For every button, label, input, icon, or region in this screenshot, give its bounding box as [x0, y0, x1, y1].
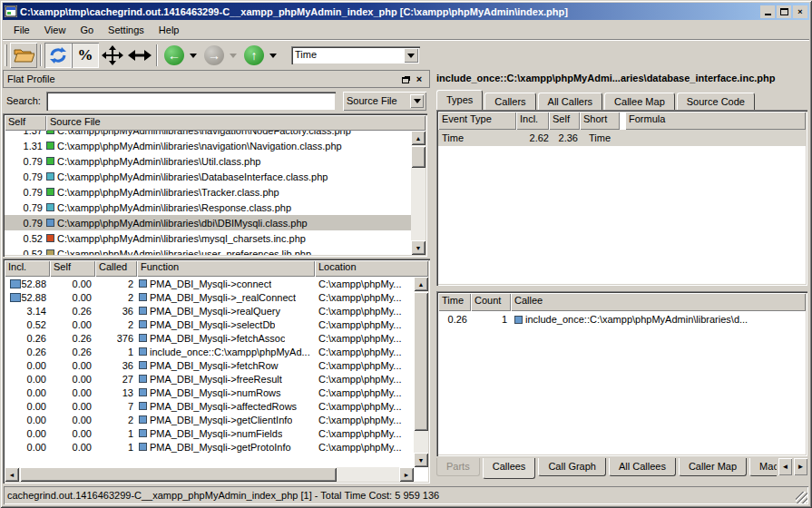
- source-file-row[interactable]: 0.79C:\xampp\phpMyAdmin\libraries\Databa…: [5, 169, 411, 184]
- tab-callee-map[interactable]: Callee Map: [604, 93, 675, 110]
- incl-cost-cell: 0.26: [5, 333, 50, 344]
- minimize-button[interactable]: [760, 5, 775, 18]
- source-file-row[interactable]: 0.52C:\xampp\phpMyAdmin\libraries\mysql_…: [5, 230, 411, 246]
- close-dock-button[interactable]: ×: [413, 73, 426, 85]
- source-file-row[interactable]: 0.79C:\xampp\phpMyAdmin\libraries\Tracke…: [5, 184, 411, 200]
- function-row[interactable]: 0.000.0036PMA_DBI_Mysqli->fetchRowC:\xam…: [5, 358, 414, 372]
- float-dock-button[interactable]: [400, 73, 413, 85]
- function-row[interactable]: 52.880.002PMA_DBI_Mysqli->_realConnectC:…: [5, 290, 414, 304]
- tab-call-graph[interactable]: Call Graph: [538, 458, 606, 476]
- scroll-left-icon[interactable]: ◄: [5, 467, 19, 482]
- function-row[interactable]: 0.000.001PMA_DBI_Mysqli->numFieldsC:\xam…: [5, 426, 414, 440]
- column-header-incl-[interactable]: Incl.: [516, 112, 549, 130]
- relative-cost-button[interactable]: %: [72, 43, 99, 68]
- column-header-incl-[interactable]: Incl.: [5, 260, 50, 277]
- title-bar[interactable]: C:\xampp\tmp\cachegrind.out.1416463299-C…: [3, 3, 809, 20]
- menu-view[interactable]: View: [37, 22, 73, 38]
- move-button[interactable]: [99, 43, 126, 68]
- forward-dropdown-arrow[interactable]: [230, 54, 237, 58]
- scroll-down-icon[interactable]: ▼: [411, 240, 426, 255]
- source-file-row[interactable]: 0.79C:\xampp\phpMyAdmin\libraries\Respon…: [5, 200, 411, 215]
- tab-scroll-right-icon[interactable]: ►: [794, 458, 807, 475]
- tab-scroll-left-icon[interactable]: ◄: [778, 458, 792, 475]
- event-type-combobox[interactable]: Time: [291, 46, 420, 64]
- column-header-self[interactable]: Self: [50, 260, 95, 277]
- tab-types[interactable]: Types: [436, 90, 483, 110]
- column-header-called[interactable]: Called: [95, 260, 137, 277]
- column-header-count[interactable]: Count: [471, 293, 511, 311]
- scroll-thumb[interactable]: [414, 292, 428, 431]
- menu-file[interactable]: File: [6, 22, 37, 38]
- tab-all-callees[interactable]: All Callees: [609, 458, 676, 476]
- column-header-source-file[interactable]: Source File: [46, 115, 426, 131]
- source-file-row[interactable]: 0.79C:\xampp\phpMyAdmin\libraries\Util.c…: [5, 153, 411, 169]
- column-header-time[interactable]: Time: [438, 293, 471, 311]
- function-row[interactable]: 0.000.001PMA_DBI_Mysqli->getProtoInfoC:\…: [5, 440, 414, 454]
- scroll-thumb[interactable]: [411, 146, 426, 168]
- function-hscrollbar[interactable]: ◄ ►: [5, 467, 414, 482]
- source-file-row[interactable]: 1.31C:\xampp\phpMyAdmin\libraries\naviga…: [5, 138, 411, 153]
- scroll-up-icon[interactable]: ▲: [414, 277, 428, 291]
- function-vscrollbar[interactable]: ▲ ▼: [414, 277, 428, 467]
- cycle-detection-button[interactable]: [44, 43, 72, 68]
- function-row[interactable]: 0.000.0027PMA_DBI_Mysqli->freeResultC:\x…: [5, 372, 414, 386]
- flat-profile-vscrollbar[interactable]: ▲ ▼: [411, 131, 426, 255]
- function-row[interactable]: 52.880.002PMA_DBI_Mysqli->connectC:\xamp…: [5, 277, 414, 290]
- up-dropdown-arrow[interactable]: [269, 54, 277, 58]
- scroll-thumb[interactable]: [20, 467, 337, 482]
- open-file-button[interactable]: [10, 43, 37, 68]
- resize-grip-icon[interactable]: [796, 492, 807, 503]
- forward-button[interactable]: →: [201, 43, 228, 68]
- event-type-combo-button[interactable]: [404, 48, 418, 63]
- source-file-row[interactable]: 1.37C:\xampp\phpMyAdmin\libraries\naviga…: [5, 131, 411, 138]
- scroll-right-icon[interactable]: ►: [399, 467, 414, 482]
- column-header-short[interactable]: Short: [580, 112, 620, 130]
- function-row[interactable]: 0.260.261include_once::C:\xampp\phpMyAd.…: [5, 345, 414, 358]
- menu-settings[interactable]: Settings: [101, 22, 152, 38]
- tab-machine[interactable]: Machine: [749, 458, 777, 476]
- column-header-function[interactable]: Function: [137, 260, 315, 277]
- tab-callees[interactable]: Callees: [483, 458, 536, 479]
- function-name: PMA_DBI_Mysqli->affectedRows: [150, 401, 297, 412]
- back-button[interactable]: ←: [161, 43, 188, 68]
- toolbar-handle[interactable]: [5, 44, 7, 66]
- function-cell: PMA_DBI_Mysqli->connect: [137, 278, 315, 289]
- scroll-down-icon[interactable]: ▼: [414, 453, 428, 467]
- function-name: PMA_DBI_Mysqli->fetchAssoc: [150, 333, 285, 344]
- function-row[interactable]: 0.520.002PMA_DBI_Mysqli->selectDbC:\xamp…: [5, 318, 414, 331]
- callee-row[interactable]: 0.261include_once::C:\xampp\phpMyAdmin\l…: [438, 311, 806, 327]
- close-button[interactable]: ×: [793, 5, 807, 18]
- search-input[interactable]: [46, 92, 336, 111]
- function-row[interactable]: 0.260.26376PMA_DBI_Mysqli->fetchAssocC:\…: [5, 331, 414, 345]
- up-button[interactable]: ↑: [240, 43, 268, 68]
- back-dropdown-arrow[interactable]: [190, 54, 197, 58]
- menu-go[interactable]: Go: [73, 22, 101, 38]
- source-file-row[interactable]: 0.79C:\xampp\phpMyAdmin\libraries\dbi\DB…: [5, 215, 411, 230]
- group-combo-button[interactable]: [410, 94, 424, 108]
- column-header-event-type[interactable]: Event Type: [438, 112, 516, 130]
- column-header-self[interactable]: Self: [549, 112, 580, 130]
- tab-parts[interactable]: Parts: [436, 458, 480, 476]
- event-type-row[interactable]: Time2.622.36Time: [438, 130, 806, 146]
- function-row[interactable]: 0.000.002PMA_DBI_Mysqli->getClientInfoC:…: [5, 413, 414, 426]
- tab-callers[interactable]: Callers: [484, 93, 535, 110]
- column-header-location[interactable]: Location: [315, 260, 428, 277]
- source-file-row[interactable]: 0.52C:\xampp\phpMyAdmin\libraries\user_p…: [5, 246, 411, 255]
- tab-caller-map[interactable]: Caller Map: [679, 458, 747, 476]
- column-header-callee[interactable]: Callee: [511, 293, 806, 311]
- tab-all-callers[interactable]: All Callers: [538, 93, 603, 110]
- tab-source-code[interactable]: Source Code: [677, 93, 755, 110]
- self-cost-cell: 0.00: [50, 278, 95, 289]
- column-header-self[interactable]: Self: [5, 115, 46, 131]
- scroll-up-icon[interactable]: ▲: [411, 131, 426, 145]
- column-header-formula[interactable]: Formula: [625, 112, 806, 130]
- expand-button[interactable]: [126, 43, 153, 68]
- function-icon: [139, 375, 147, 383]
- function-row[interactable]: 0.000.007PMA_DBI_Mysqli->affectedRowsC:\…: [5, 399, 414, 413]
- maximize-button[interactable]: [777, 5, 791, 18]
- dock-header[interactable]: Flat Profile ×: [3, 70, 430, 88]
- function-row[interactable]: 0.000.0013PMA_DBI_Mysqli->numRowsC:\xamp…: [5, 386, 414, 399]
- menu-help[interactable]: Help: [152, 22, 187, 38]
- group-by-combobox[interactable]: Source File: [343, 92, 426, 111]
- function-row[interactable]: 3.140.2636PMA_DBI_Mysqli->realQueryC:\xa…: [5, 304, 414, 318]
